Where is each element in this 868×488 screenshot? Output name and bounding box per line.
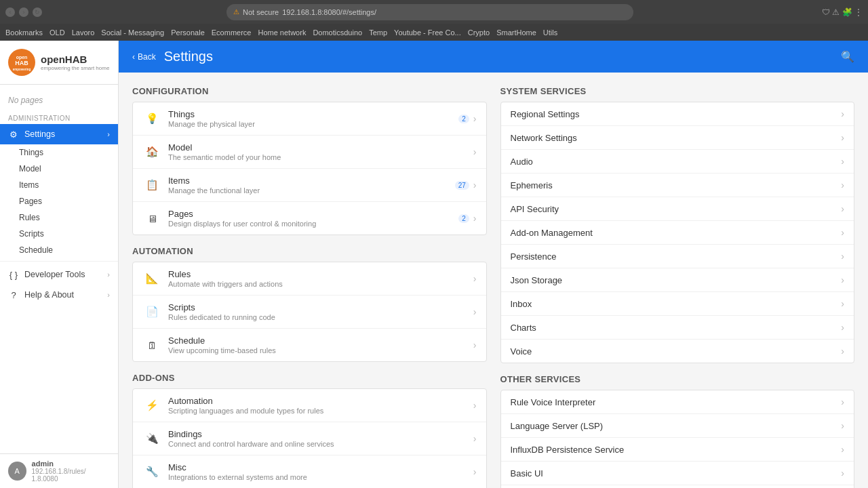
rules-item[interactable]: 📐 Rules Automate with triggers and actio…	[133, 262, 486, 296]
bookmark-temp[interactable]: Temp	[369, 28, 387, 37]
pages-title: Pages	[168, 209, 452, 219]
sidebar-item-schedule[interactable]: Schedule	[0, 242, 118, 258]
left-column: Configuration 💡 Things Manage the physic…	[132, 86, 487, 488]
ephemeris-item[interactable]: Ephemeris ›	[501, 174, 854, 197]
browser-back-btn[interactable]: ‹	[5, 7, 15, 17]
bookmark-youtube[interactable]: Youtube - Free Co...	[394, 28, 461, 37]
other-services-card: Rule Voice Interpreter › Language Server…	[500, 390, 855, 488]
system-services-title: System Services	[500, 86, 855, 96]
address-bar[interactable]: ⚠ Not secure 192.168.1.8:8080/#/settings…	[226, 4, 633, 20]
pages-item[interactable]: 🖥 Pages Design displays for user control…	[133, 202, 486, 235]
bindings-item[interactable]: 🔌 Bindings Connect and control hardware …	[133, 422, 486, 455]
bindings-content: Bindings Connect and control hardware an…	[168, 429, 467, 448]
automation-section: Automation 📐 Rules Automate with trigger…	[132, 246, 487, 362]
rules-icon: 📐	[142, 269, 161, 288]
sidebar-item-settings[interactable]: ⚙ Settings ›	[0, 124, 118, 144]
api-security-item[interactable]: API Security ›	[501, 197, 854, 221]
back-link[interactable]: ‹ Back	[132, 52, 156, 62]
json-storage-arrow: ›	[841, 274, 844, 285]
things-item[interactable]: 💡 Things Manage the physical layer 2 ›	[133, 102, 486, 136]
bookmark-bookmarks[interactable]: Bookmarks	[5, 28, 43, 37]
sidebar-item-scripts[interactable]: Scripts	[0, 226, 118, 242]
scripts-icon: 📄	[142, 302, 161, 321]
sidebar-item-help[interactable]: ? Help & About ›	[0, 285, 118, 305]
help-arrow-icon: ›	[107, 291, 110, 299]
other-services-title: Other Services	[500, 374, 855, 384]
search-icon[interactable]: 🔍	[841, 50, 854, 63]
bookmark-personale[interactable]: Personale	[171, 28, 205, 37]
bookmark-domotics[interactable]: Domoticsduino	[313, 28, 362, 37]
json-storage-item[interactable]: Json Storage ›	[501, 268, 854, 292]
rule-voice-label: Rule Voice Interpreter	[511, 397, 842, 407]
mqtt-item[interactable]: MQTT system broker connection ›	[501, 485, 854, 488]
bookmark-lavoro[interactable]: Lavoro	[72, 28, 95, 37]
charts-label: Charts	[511, 323, 842, 333]
bookmark-social[interactable]: Social - Messaging	[101, 28, 164, 37]
sidebar-item-developer[interactable]: { } Developer Tools ›	[0, 264, 118, 285]
sidebar-item-items[interactable]: Items	[0, 177, 118, 193]
scripts-item[interactable]: 📄 Scripts Rules dedicated to running cod…	[133, 296, 486, 329]
audio-item[interactable]: Audio ›	[501, 150, 854, 174]
basic-ui-item[interactable]: Basic UI ›	[501, 462, 854, 485]
model-item[interactable]: 🏠 Model The semantic model of your home …	[133, 136, 486, 169]
automation-addon-title: Automation	[168, 396, 467, 406]
charts-item[interactable]: Charts ›	[501, 316, 854, 340]
api-security-arrow: ›	[841, 203, 844, 214]
sidebar-logo: open HAB empowering openHAB empowering t…	[0, 41, 118, 85]
logo-icon: open HAB empowering	[8, 49, 35, 76]
persistence-arrow: ›	[841, 251, 844, 262]
sidebar-footer: A admin 192.168.1.8/rules/ 1.8.0080	[0, 453, 118, 488]
misc-content: Misc Integrations to external systems an…	[168, 462, 467, 481]
bookmark-crypto[interactable]: Crypto	[468, 28, 490, 37]
bookmark-ecommerce[interactable]: Ecommerce	[212, 28, 252, 37]
influxdb-item[interactable]: InfluxDB Persistence Service ›	[501, 438, 854, 462]
schedule-item[interactable]: 🗓 Schedule View upcoming time-based rule…	[133, 329, 486, 361]
configuration-title: Configuration	[132, 86, 487, 96]
sidebar-item-pages[interactable]: Pages	[0, 193, 118, 209]
lock-icon: ⚠	[233, 8, 239, 16]
language-server-arrow: ›	[841, 420, 844, 431]
persistence-item[interactable]: Persistence ›	[501, 245, 854, 268]
no-pages-label: No pages	[0, 90, 118, 110]
misc-item[interactable]: 🔧 Misc Integrations to external systems …	[133, 455, 486, 488]
things-arrow-icon: ›	[473, 113, 477, 124]
items-item[interactable]: 📋 Items Manage the functional layer 27 ›	[133, 169, 486, 202]
api-security-label: API Security	[511, 204, 842, 214]
footer-version: 192.168.1.8/rules/ 1.8.0080	[32, 468, 110, 483]
sidebar-item-rules[interactable]: Rules	[0, 209, 118, 226]
admin-section-label: Administration	[0, 110, 118, 124]
language-server-item[interactable]: Language Server (LSP) ›	[501, 414, 854, 438]
automation-addon-item[interactable]: ⚡ Automation Scripting languages and mod…	[133, 389, 486, 422]
items-content: Items Manage the functional layer	[168, 176, 448, 195]
sidebar-item-things[interactable]: Things	[0, 144, 118, 161]
scripts-content: Scripts Rules dedicated to running code	[168, 302, 467, 321]
browser-reload-btn[interactable]: ↻	[33, 7, 42, 17]
system-services-section: System Services Regional Settings › Netw…	[500, 86, 855, 363]
addon-management-item[interactable]: Add-on Management ›	[501, 221, 854, 245]
bookmark-home[interactable]: Home network	[258, 28, 306, 37]
influxdb-arrow: ›	[841, 444, 844, 455]
sidebar-item-model[interactable]: Model	[0, 161, 118, 177]
audio-label: Audio	[511, 157, 842, 167]
help-label: Help & About	[24, 290, 74, 300]
rule-voice-arrow: ›	[841, 396, 844, 407]
bookmark-old[interactable]: OLD	[50, 28, 65, 37]
regional-settings-item[interactable]: Regional Settings ›	[501, 102, 854, 126]
network-settings-item[interactable]: Network Settings ›	[501, 126, 854, 150]
footer-info: admin 192.168.1.8/rules/ 1.8.0080	[32, 460, 110, 483]
schedule-arrow-icon: ›	[473, 340, 477, 350]
addons-card: ⚡ Automation Scripting languages and mod…	[132, 388, 487, 488]
scripts-title: Scripts	[168, 302, 467, 312]
bookmark-utils[interactable]: Utils	[543, 28, 557, 37]
bookmark-smarthome[interactable]: SmartHome	[496, 28, 536, 37]
automation-addon-arrow: ›	[473, 400, 477, 411]
logo-text: openHAB	[41, 54, 109, 65]
configuration-section: Configuration 💡 Things Manage the physic…	[132, 86, 487, 235]
rule-voice-item[interactable]: Rule Voice Interpreter ›	[501, 390, 854, 414]
scripts-desc: Rules dedicated to running code	[168, 313, 467, 321]
voice-item[interactable]: Voice ›	[501, 340, 854, 363]
inbox-item[interactable]: Inbox ›	[501, 292, 854, 316]
browser-forward-btn[interactable]: ›	[19, 7, 28, 17]
developer-icon: { }	[8, 269, 19, 280]
model-arrow-icon: ›	[473, 146, 477, 157]
